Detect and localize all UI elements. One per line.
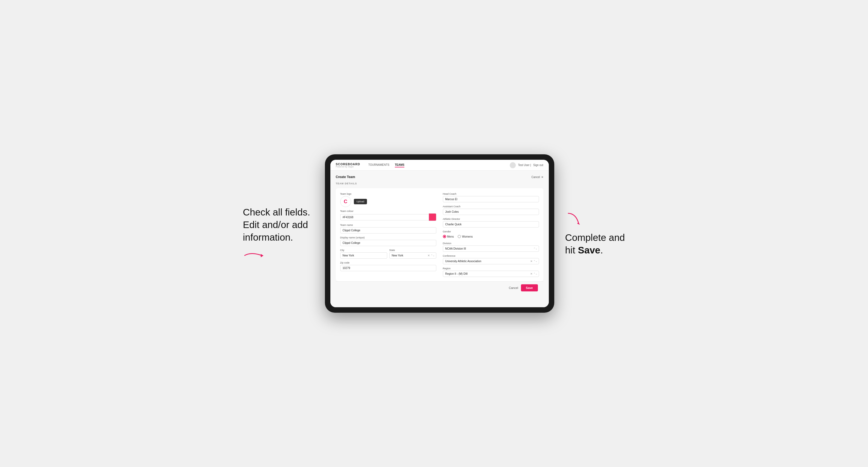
cancel-x-button[interactable]: Cancel ✕ — [531, 176, 543, 179]
gender-field: Gender Mens Womens — [443, 230, 539, 239]
conference-select[interactable]: University Athletic Association — [443, 258, 539, 264]
assistant-coach-field: Assistant Coach — [443, 205, 539, 215]
footer-cancel-button[interactable]: Cancel — [509, 286, 518, 289]
logo-circle: C — [340, 196, 351, 207]
city-state-group: City State New York — [340, 249, 436, 259]
team-name-field: Team name — [340, 224, 436, 234]
womens-radio-dot — [458, 235, 461, 238]
conference-clear-icon[interactable]: ✕ — [530, 260, 532, 263]
mens-radio-dot — [443, 235, 446, 238]
form-col-left: Team logo C Upload Team colo — [340, 192, 436, 277]
arrow-right-icon — [565, 211, 582, 227]
city-field: City — [340, 249, 387, 259]
division-select-wrapper: NCAA Division III ⌃⌄ — [443, 246, 539, 252]
conference-label: Conference — [443, 254, 539, 257]
form-header: Create Team Cancel ✕ — [336, 175, 544, 179]
display-name-field: Display name (unique) — [340, 236, 436, 246]
user-name: Test User | — [518, 164, 531, 166]
gender-womens-option[interactable]: Womens — [458, 235, 473, 238]
athletic-director-field: Athletic Director — [443, 218, 539, 227]
annotation-right: Complete and hit Save. — [565, 211, 625, 256]
athletic-director-input[interactable] — [443, 221, 539, 227]
nav-link-tournaments[interactable]: TOURNAMENTS — [368, 163, 390, 167]
close-icon: ✕ — [541, 176, 544, 179]
save-button[interactable]: Save — [521, 284, 538, 291]
nav-link-teams[interactable]: TEAMS — [395, 163, 404, 167]
form-col-right: Head Coach Assistant Coach Athletic Dire… — [443, 192, 539, 277]
womens-label: Womens — [462, 235, 473, 238]
annotation-left-line2: Edit and/or add — [243, 219, 308, 230]
annotation-right-prefix: hit — [565, 245, 578, 255]
annotation-left-line1: Check all fields. — [243, 207, 310, 217]
annotation-left: Check all fields. Edit and/or add inform… — [243, 206, 314, 261]
colour-swatch[interactable] — [429, 213, 436, 221]
logo-area: C Upload — [340, 196, 436, 207]
athletic-director-label: Athletic Director — [443, 218, 539, 220]
region-select-wrapper: Region II - (M) DIII ✕ ⌃⌄ — [443, 271, 539, 277]
colour-input[interactable] — [340, 214, 429, 220]
mens-label: Mens — [447, 235, 454, 238]
assistant-coach-input[interactable] — [443, 209, 539, 215]
division-field: Division NCAA Division III ⌃⌄ — [443, 242, 539, 252]
gender-mens-option[interactable]: Mens — [443, 235, 454, 238]
section-label: TEAM DETAILS — [336, 182, 544, 185]
annotation-right-line1: Complete and — [565, 232, 625, 243]
logo-letter: C — [344, 199, 347, 205]
state-clear-icon[interactable]: ✕ — [428, 254, 430, 257]
division-select[interactable]: NCAA Division III — [443, 246, 539, 252]
svg-marker-0 — [261, 254, 264, 257]
team-name-input[interactable] — [340, 227, 436, 234]
team-name-label: Team name — [340, 224, 436, 226]
cancel-label: Cancel — [531, 176, 540, 179]
region-field: Region Region II - (M) DIII ✕ ⌃⌄ — [443, 267, 539, 277]
annotation-right-suffix: . — [600, 245, 603, 255]
division-label: Division — [443, 242, 539, 245]
annotation-right-bold: Save — [578, 245, 600, 255]
head-coach-field: Head Coach — [443, 192, 539, 203]
gender-radio-group: Mens Womens — [443, 234, 539, 239]
nav-user: Test User | Sign out — [510, 162, 543, 168]
nav-links: TOURNAMENTS TEAMS — [368, 163, 510, 167]
zip-code-label: Zip code — [340, 261, 436, 264]
display-name-input[interactable] — [340, 240, 436, 246]
zip-code-input[interactable] — [340, 265, 436, 271]
color-row — [340, 213, 436, 221]
form-grid: Team logo C Upload Team colo — [340, 192, 539, 277]
team-logo-label: Team logo — [340, 192, 436, 195]
state-field: State New York ✕ ⌃⌄ — [390, 249, 436, 259]
city-label: City — [340, 249, 387, 251]
region-select[interactable]: Region II - (M) DIII — [443, 271, 539, 277]
display-name-label: Display name (unique) — [340, 236, 436, 239]
user-avatar — [510, 162, 516, 168]
logo-subtitle: Powered by clippd — [336, 166, 360, 168]
conference-field: Conference University Athletic Associati… — [443, 254, 539, 264]
assistant-coach-label: Assistant Coach — [443, 205, 539, 208]
team-colour-field: Team colour — [340, 210, 436, 221]
team-logo-field: Team logo C Upload — [340, 192, 436, 207]
state-select-wrapper: New York ✕ ⌃⌄ — [390, 252, 436, 259]
head-coach-label: Head Coach — [443, 192, 539, 195]
city-state-row: City State New York — [340, 249, 436, 259]
zip-code-field: Zip code — [340, 261, 436, 271]
state-label: State — [390, 249, 436, 251]
form-title: Create Team — [336, 175, 355, 179]
team-colour-label: Team colour — [340, 210, 436, 213]
region-clear-icon[interactable]: ✕ — [530, 272, 532, 275]
signout-link[interactable]: Sign out — [533, 164, 544, 166]
head-coach-input[interactable] — [443, 196, 539, 203]
logo-title: SCOREBOARD — [336, 162, 360, 166]
arrow-left-icon — [243, 250, 265, 261]
upload-button[interactable]: Upload — [354, 199, 367, 204]
form-body: Team logo C Upload Team colo — [336, 188, 544, 281]
conference-select-wrapper: University Athletic Association ✕ ⌃⌄ — [443, 258, 539, 264]
form-footer: Cancel Save — [336, 281, 544, 294]
nav-bar: SCOREBOARD Powered by clippd TOURNAMENTS… — [330, 160, 549, 171]
gender-label: Gender — [443, 230, 539, 233]
city-input[interactable] — [340, 252, 387, 259]
annotation-left-line3: information. — [243, 232, 293, 243]
tablet-frame: SCOREBOARD Powered by clippd TOURNAMENTS… — [325, 154, 554, 313]
main-content: Create Team Cancel ✕ TEAM DETAILS — [330, 171, 549, 307]
region-label: Region — [443, 267, 539, 270]
app-logo: SCOREBOARD Powered by clippd — [336, 162, 360, 168]
tablet-screen: SCOREBOARD Powered by clippd TOURNAMENTS… — [330, 160, 549, 307]
